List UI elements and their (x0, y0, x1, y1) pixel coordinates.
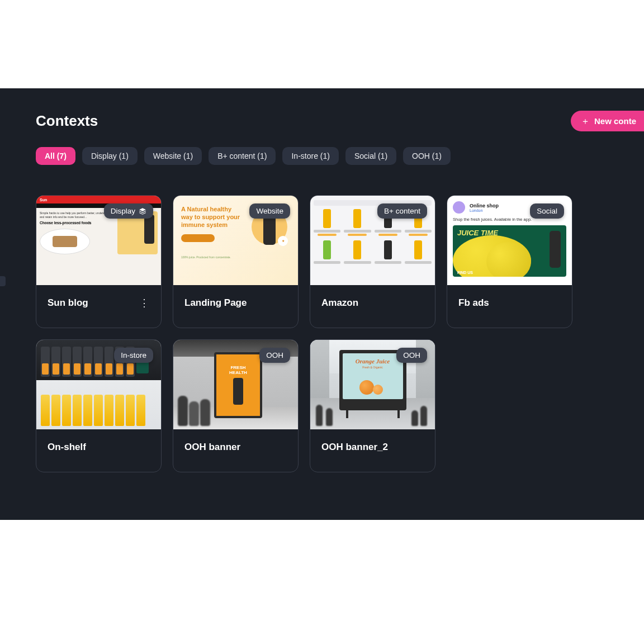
thumb-profile-location: London (470, 209, 499, 212)
new-context-label: New conte (594, 116, 636, 126)
card-title: Fb ads (458, 297, 489, 309)
app-panel: Contexts ＋ New conte All (7) Display (1)… (0, 88, 644, 520)
filter-display[interactable]: Display (1) (82, 147, 138, 165)
new-context-button[interactable]: ＋ New conte (571, 111, 644, 131)
card-tag: OOH (396, 348, 427, 363)
card-tag-label: Website (256, 207, 283, 215)
card-title: Amazon (321, 297, 358, 309)
card-tag-label: Social (537, 207, 557, 215)
card-tag-label: B+ content (384, 207, 420, 215)
filter-row: All (7) Display (1) Website (1) B+ conte… (36, 147, 644, 165)
card-tag: Social (530, 203, 564, 219)
page-title: Contexts (36, 112, 98, 130)
context-card[interactable]: Online shop London Shop the fresh juices… (447, 195, 572, 328)
card-title: OOH banner (184, 442, 240, 453)
card-title: On-shelf (48, 442, 86, 453)
thumb-ad-footer: FIND US (457, 271, 473, 274)
context-card[interactable]: FRESHHEALTH OOH OOH banner (173, 339, 299, 472)
filter-b-content[interactable]: B+ content (1) (209, 147, 276, 165)
card-tag-label: OOH (403, 351, 420, 359)
context-card[interactable]: In-store On-shelf (36, 339, 162, 472)
card-title: OOH banner_2 (321, 442, 388, 453)
sidebar-edge (0, 276, 6, 286)
context-card[interactable]: Orange Juice Fresh & Organic OOH (310, 339, 435, 472)
thumb-poster-sub: Fresh & Organic (343, 366, 403, 369)
card-tag: B+ content (377, 203, 427, 219)
filter-in-store[interactable]: In-store (1) (282, 147, 338, 165)
thumb-headline: A Natural healthy way to support your im… (181, 206, 243, 229)
card-tag-label: Display (111, 207, 135, 215)
layers-icon (139, 207, 146, 215)
card-title: Landing Page (184, 297, 247, 309)
context-card[interactable]: A Natural healthy way to support your im… (173, 195, 299, 328)
thumb-profile-name: Online shop (470, 203, 499, 209)
card-tag-label: OOH (266, 351, 283, 359)
thumb-poster-title: Orange Juice (343, 358, 403, 364)
card-menu-button[interactable]: ⋮ (139, 298, 150, 308)
card-tag-label: In-store (121, 351, 146, 359)
card-tag: In-store (114, 348, 153, 363)
card-tag: OOH (259, 348, 290, 363)
context-card[interactable]: Sun Simple hacks to use help you perform… (36, 195, 162, 328)
card-title: Sun blog (48, 297, 88, 309)
filter-social[interactable]: Social (1) (345, 147, 396, 165)
filter-all[interactable]: All (7) (36, 147, 75, 165)
filter-ooh[interactable]: OOH (1) (403, 147, 451, 165)
plus-icon: ＋ (581, 117, 590, 126)
card-tag: Website (249, 203, 290, 219)
context-card[interactable]: B+ content Amazon (310, 195, 435, 328)
card-tag: Display (104, 203, 153, 219)
filter-website[interactable]: Website (1) (144, 147, 202, 165)
cards-grid: Sun Simple hacks to use help you perform… (36, 195, 644, 472)
